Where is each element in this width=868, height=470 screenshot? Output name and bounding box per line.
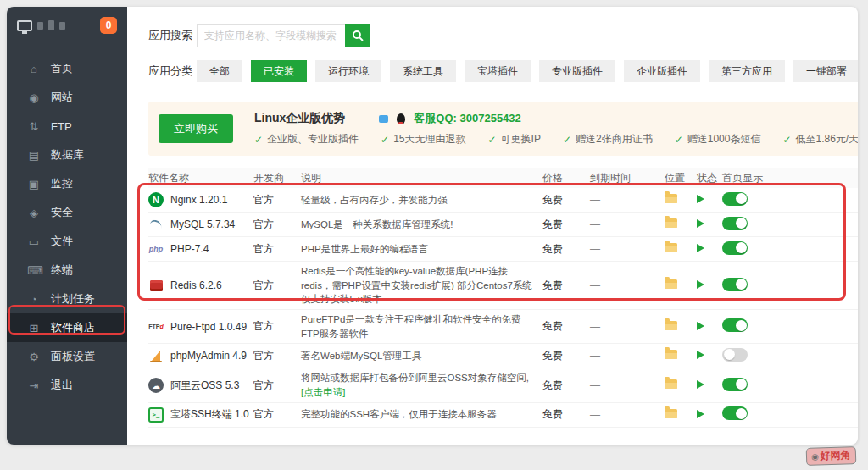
price-cell: 免费 <box>542 407 590 422</box>
status-cell <box>697 350 722 362</box>
database-icon: ▤ <box>27 149 41 162</box>
description-cell: 将网站或数据库打包备份到阿里云OSS对象存储空间, [点击申请] <box>301 371 542 399</box>
toggle-knob <box>736 218 747 229</box>
search-button[interactable] <box>345 24 370 47</box>
home-display-toggle[interactable] <box>722 217 748 230</box>
sidebar-item-首页[interactable]: ⌂首页 <box>7 54 127 83</box>
home-display-toggle[interactable] <box>722 406 748 420</box>
banner-headline: Linux企业版优势 客服QQ: 3007255432 <box>254 111 858 126</box>
tab-企业版插件[interactable]: 企业版插件 <box>624 60 700 82</box>
home-display-toggle[interactable] <box>722 241 748 255</box>
software-name: MySQL 5.7.34 <box>170 218 235 230</box>
action-cell: 设置|卸载 <box>775 279 858 293</box>
sidebar-item-终端[interactable]: ⌨终端 <box>7 256 127 285</box>
folder-icon[interactable] <box>665 279 677 289</box>
description-cell: 轻量级，占有内存少，并发能力强 <box>301 193 542 207</box>
table-row: Pure-Ftpd 1.0.49官方PureFTPd是一款专注于程序健壮和软件安… <box>148 310 858 344</box>
folder-icon[interactable] <box>665 218 677 228</box>
banner-feature: ✓赠送2张商用证书 <box>563 132 653 147</box>
home-display-toggle[interactable] <box>722 192 748 206</box>
tab-全部[interactable]: 全部 <box>197 60 242 82</box>
sidebar-item-label: 监控 <box>51 176 73 191</box>
column-header: 开发商 <box>253 171 301 185</box>
search-input[interactable] <box>197 24 345 47</box>
security-icon: ◈ <box>27 207 41 219</box>
folder-icon[interactable] <box>665 379 677 389</box>
status-cell <box>697 321 722 333</box>
banner-title: Linux企业版优势 <box>254 111 345 126</box>
sidebar-item-安全[interactable]: ◈安全 <box>7 198 127 227</box>
folder-icon[interactable] <box>665 350 677 359</box>
table-body: Nginx 1.20.1官方轻量级，占有内存少，并发能力强免费—更新|设置|卸载… <box>148 188 858 428</box>
apply-link[interactable]: [点击申请] <box>301 387 345 397</box>
tab-系统工具[interactable]: 系统工具 <box>390 60 456 82</box>
tab-已安装[interactable]: 已安装 <box>251 60 307 82</box>
action-cell: 更新|设置|卸载 <box>775 242 858 257</box>
software-name-cell: phpMyAdmin 4.9 <box>148 348 253 363</box>
expiry-cell: — <box>590 379 665 391</box>
table-header: 软件名称开发商说明价格到期时间位置状态首页显示操作 <box>148 168 858 188</box>
description-text: 将网站或数据库打包备份到阿里云OSS对象存储空间, <box>301 373 529 383</box>
sidebar-item-数据库[interactable]: ▤数据库 <box>7 141 127 169</box>
files-icon: ▭ <box>27 235 41 248</box>
tab-专业版插件[interactable]: 专业版插件 <box>539 60 615 82</box>
folder-icon[interactable] <box>665 321 677 330</box>
sidebar-item-网站[interactable]: ◉网站 <box>7 83 127 112</box>
home-display-toggle[interactable] <box>722 378 748 391</box>
sidebar-item-软件商店[interactable]: ⊞软件商店 <box>7 313 127 342</box>
software-name-cell: Pure-Ftpd 1.0.49 <box>148 319 253 335</box>
tab-一键部署[interactable]: 一键部署 <box>793 60 858 82</box>
software-name: PHP-7.4 <box>170 243 209 255</box>
home-display-cell <box>722 241 775 257</box>
home-display-toggle[interactable] <box>722 318 748 332</box>
ftp-nav-icon: ⇅ <box>27 120 41 133</box>
feature-label: 赠送1000条短信 <box>687 132 761 147</box>
folder-icon[interactable] <box>665 409 677 418</box>
location-cell <box>665 321 697 333</box>
banner-feature: ✓企业版、专业版插件 <box>254 132 359 147</box>
folder-icon[interactable] <box>665 243 677 252</box>
terminal-icon: ⌨ <box>27 264 41 277</box>
search-icon <box>352 30 364 41</box>
tab-运行环境[interactable]: 运行环境 <box>315 60 381 82</box>
expiry-cell: — <box>590 243 665 255</box>
status-cell <box>697 218 722 230</box>
watermark: 好网角 <box>806 446 856 466</box>
developer-cell: 官方 <box>253 218 301 232</box>
description-text: PHP是世界上最好的编程语言 <box>301 244 428 254</box>
software-name-cell: 阿里云OSS 5.3 <box>148 378 253 393</box>
developer-cell: 官方 <box>253 349 301 363</box>
main-content: 应用搜索 应用分类 全部已安装运行环境系统工具宝塔插件专业版插件企业版插件第三方… <box>127 7 858 445</box>
check-icon: ✓ <box>563 134 571 146</box>
table-row: MySQL 5.7.34官方MySQL是一种关系数据库管理系统!免费—更新|设置… <box>148 213 858 237</box>
sidebar-item-退出[interactable]: ⇥退出 <box>7 371 127 400</box>
app-search-row: 应用搜索 <box>148 24 858 47</box>
banner-features: ✓企业版、专业版插件✓15天无理由退款✓可更换IP✓赠送2张商用证书✓赠送100… <box>254 132 858 147</box>
tab-第三方应用[interactable]: 第三方应用 <box>709 60 785 82</box>
message-count-badge[interactable]: 0 <box>100 17 117 34</box>
category-label: 应用分类 <box>148 64 197 79</box>
buy-now-button[interactable]: 立即购买 <box>159 114 233 143</box>
tab-宝塔插件[interactable]: 宝塔插件 <box>465 60 531 82</box>
software-name-cell: 宝塔SSH终端 1.0 <box>148 407 253 423</box>
action-cell: 设置|卸载 <box>775 379 858 393</box>
location-cell <box>665 409 697 421</box>
sidebar-item-FTP[interactable]: ⇅FTP <box>7 112 127 141</box>
description-cell: 著名Web端MySQL管理工具 <box>301 349 542 363</box>
software-table: 软件名称开发商说明价格到期时间位置状态首页显示操作 Nginx 1.20.1官方… <box>148 168 858 428</box>
search-label: 应用搜索 <box>148 28 197 43</box>
home-display-toggle[interactable] <box>722 348 748 362</box>
sidebar-item-监控[interactable]: ▣监控 <box>7 169 127 198</box>
pagination: 1 1/1 从1-8条 共8条 <box>148 434 858 445</box>
sidebar-item-计划任务[interactable]: ◔计划任务 <box>7 285 127 313</box>
home-display-toggle[interactable] <box>722 278 748 291</box>
sidebar-item-面板设置[interactable]: ⚙面板设置 <box>7 342 127 371</box>
status-cell <box>697 279 722 291</box>
description-cell: 完整功能的SSH客户端，仅用于连接本服务器 <box>301 407 542 422</box>
sidebar-item-文件[interactable]: ▭文件 <box>7 227 127 256</box>
running-status-icon <box>697 195 704 203</box>
developer-cell: 官方 <box>253 279 301 293</box>
oss-icon <box>148 378 164 393</box>
folder-icon[interactable] <box>665 194 677 203</box>
running-status-icon <box>697 244 704 252</box>
